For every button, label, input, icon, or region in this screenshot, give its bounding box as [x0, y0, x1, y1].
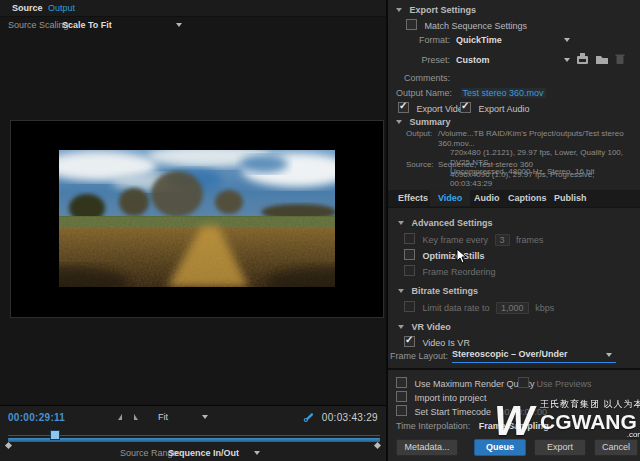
match-sequence-row: Match Sequence Settings	[406, 19, 527, 31]
output-name-label: Output Name:	[396, 88, 452, 98]
chevron-down-icon	[564, 38, 570, 42]
output-name-row: Output Name: Test stereo 360.mov	[396, 88, 546, 98]
keyframe-row: Key frame every 3 frames	[404, 233, 544, 245]
current-timecode[interactable]: 00:00:29:11	[8, 412, 65, 423]
preset-value: Custom	[456, 55, 490, 65]
start-timecode-value[interactable]: 00:00:00:00	[500, 407, 548, 417]
keyframe-checkbox[interactable]	[404, 233, 415, 244]
bitrate-settings-header[interactable]: Bitrate Settings	[398, 286, 478, 296]
match-sequence-checkbox[interactable]	[406, 19, 417, 30]
tab-source[interactable]: Source	[12, 3, 43, 13]
import-project-label[interactable]: Import into project	[415, 393, 487, 403]
timeline-track[interactable]	[8, 435, 380, 436]
chevron-down-icon	[564, 58, 570, 62]
max-render-checkbox[interactable]	[396, 377, 407, 388]
set-out-point-icon[interactable]	[129, 412, 139, 422]
chevron-down-icon	[396, 8, 402, 12]
export-settings-header[interactable]: Export Settings	[396, 5, 476, 15]
start-timecode-label[interactable]: Set Start Timecode	[415, 407, 492, 417]
queue-button[interactable]: Queue	[474, 439, 526, 456]
import-project-checkbox[interactable]	[396, 391, 407, 402]
frame-reordering-label[interactable]: Frame Reordering	[423, 267, 496, 277]
cancel-button[interactable]: Cancel	[594, 439, 638, 456]
tab-publish[interactable]: Publish	[546, 190, 595, 206]
export-footer: Use Maximum Render Quality Use Previews …	[388, 368, 640, 461]
summary-output-label: Output:	[406, 129, 432, 139]
advanced-settings-header[interactable]: Advanced Settings	[398, 218, 493, 228]
max-render-row: Use Maximum Render Quality	[396, 377, 535, 389]
source-scaling-value: Scale To Fit	[62, 20, 112, 30]
vr-video-header[interactable]: VR Video	[398, 322, 451, 332]
use-previews-label[interactable]: Use Previews	[537, 379, 592, 389]
delete-preset-icon[interactable]	[615, 53, 625, 65]
time-interpolation-dropdown[interactable]: Frame Sampling	[479, 421, 549, 431]
chevron-down-icon	[398, 325, 404, 329]
zoom-level-dropdown[interactable]: Fit	[158, 412, 214, 422]
output-name-link[interactable]: Test stereo 360.mov	[461, 88, 546, 98]
set-in-point-icon[interactable]	[117, 412, 127, 422]
match-sequence-label[interactable]: Match Sequence Settings	[425, 21, 528, 31]
keyframe-label[interactable]: Key frame every	[423, 235, 489, 245]
optimize-stills-checkbox[interactable]	[404, 249, 415, 260]
limit-data-rate-label[interactable]: Limit data rate to	[423, 303, 490, 313]
optimize-stills-row: Optimize Stills	[404, 249, 485, 261]
time-interpolation-row: Time Interpolation: Frame Sampling	[396, 421, 549, 431]
chevron-down-icon	[606, 353, 612, 357]
vr-video-title: VR Video	[412, 322, 451, 332]
use-previews-checkbox[interactable]	[518, 377, 529, 388]
preset-dropdown[interactable]: Custom	[456, 55, 572, 65]
chevron-down-icon	[398, 289, 404, 293]
source-scaling-dropdown[interactable]: Scale To Fit	[62, 20, 190, 30]
start-timecode-checkbox[interactable]	[396, 405, 407, 416]
summary-line: /Volume...TB RAID/Kim's Project/outputs/…	[438, 129, 636, 148]
keyframe-suffix: frames	[516, 235, 544, 245]
limit-data-rate-checkbox[interactable]	[404, 301, 415, 312]
export-settings-dialog: Source Output Source Scaling: Scale To F…	[0, 0, 640, 461]
video-is-vr-checkbox[interactable]	[404, 336, 415, 347]
limit-data-rate-value[interactable]: 1,000	[496, 302, 529, 314]
export-audio-label[interactable]: Export Audio	[479, 104, 530, 114]
export-button[interactable]: Export	[534, 439, 586, 456]
summary-header[interactable]: Summary	[396, 117, 451, 127]
time-interpolation-label: Time Interpolation:	[396, 421, 470, 431]
source-range-dropdown[interactable]: Sequence In/Out	[168, 448, 268, 458]
settings-tabstrip: Effects Video Audio Captions Publish	[388, 190, 640, 208]
use-previews-row: Use Previews	[518, 377, 592, 389]
tab-output[interactable]: Output	[48, 3, 75, 13]
playhead-handle[interactable]	[50, 430, 60, 440]
max-render-label[interactable]: Use Maximum Render Quality	[415, 379, 535, 389]
frame-reordering-row: Frame Reordering	[404, 265, 496, 277]
frame-layout-value: Stereoscopic – Over/Under	[452, 349, 568, 359]
settings-wrench-icon[interactable]	[303, 411, 315, 423]
summary-line: Sequence, Test stereo 360	[438, 160, 636, 170]
frame-reordering-checkbox[interactable]	[404, 265, 415, 276]
tab-video[interactable]: Video	[430, 190, 470, 206]
export-video-checkbox[interactable]	[398, 102, 409, 113]
export-video-row: Export Video	[398, 102, 468, 114]
import-preset-icon[interactable]	[595, 53, 609, 65]
comments-label: Comments:	[388, 73, 450, 83]
metadata-button[interactable]: Metadata...	[396, 439, 458, 456]
preview-panorama	[59, 150, 335, 287]
bitrate-settings-title: Bitrate Settings	[412, 286, 479, 296]
export-settings-pane: Export Settings Match Sequence Settings …	[388, 0, 640, 461]
format-value: QuickTime	[456, 35, 502, 45]
video-is-vr-label[interactable]: Video Is VR	[423, 338, 470, 348]
video-is-vr-row: Video Is VR	[404, 336, 470, 348]
source-preview-pane: Source Output Source Scaling: Scale To F…	[0, 0, 388, 461]
chevron-down-icon	[254, 451, 260, 455]
save-preset-icon[interactable]	[576, 53, 589, 65]
mouse-cursor-icon	[456, 248, 468, 264]
format-dropdown[interactable]: QuickTime	[456, 35, 572, 45]
limit-data-rate-suffix: kbps	[535, 303, 554, 313]
timeline-range-bar[interactable]	[8, 438, 380, 442]
optimize-stills-label[interactable]: Optimize Stills	[423, 251, 485, 261]
frame-layout-dropdown[interactable]: Stereoscopic – Over/Under	[452, 349, 616, 363]
chevron-down-icon	[202, 415, 208, 419]
video-preview-frame	[10, 120, 384, 318]
start-timecode-row: Set Start Timecode 00:00:00:00	[396, 405, 547, 417]
format-label: Format:	[388, 35, 450, 45]
export-audio-checkbox[interactable]	[460, 102, 471, 113]
keyframe-value[interactable]: 3	[495, 234, 510, 246]
chevron-down-icon	[398, 221, 404, 225]
